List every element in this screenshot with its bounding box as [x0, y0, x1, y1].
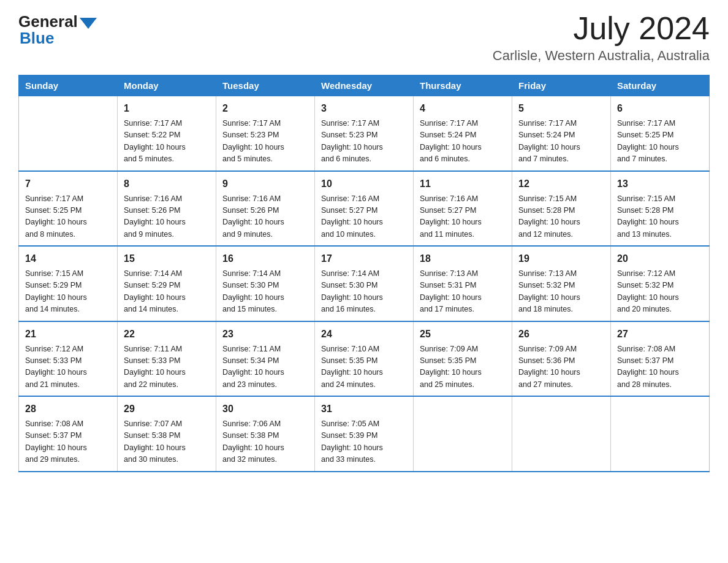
- day-info: Sunrise: 7:12 AMSunset: 5:33 PMDaylight:…: [25, 343, 111, 391]
- day-info: Sunrise: 7:14 AMSunset: 5:30 PMDaylight:…: [321, 268, 407, 316]
- day-info: Sunrise: 7:06 AMSunset: 5:38 PMDaylight:…: [222, 418, 308, 466]
- weekday-header-thursday: Thursday: [414, 75, 512, 96]
- day-info: Sunrise: 7:16 AMSunset: 5:26 PMDaylight:…: [222, 193, 308, 241]
- calendar-cell: 5Sunrise: 7:17 AMSunset: 5:24 PMDaylight…: [512, 96, 611, 171]
- day-number: 28: [25, 402, 111, 416]
- weekday-header-row: SundayMondayTuesdayWednesdayThursdayFrid…: [19, 75, 710, 96]
- calendar-cell: 12Sunrise: 7:15 AMSunset: 5:28 PMDayligh…: [512, 171, 611, 247]
- weekday-header-friday: Friday: [512, 75, 611, 96]
- calendar-cell: 24Sunrise: 7:10 AMSunset: 5:35 PMDayligh…: [315, 321, 414, 397]
- calendar-cell: 11Sunrise: 7:16 AMSunset: 5:27 PMDayligh…: [414, 171, 512, 247]
- day-number: 7: [25, 177, 111, 191]
- calendar-cell: 27Sunrise: 7:08 AMSunset: 5:37 PMDayligh…: [611, 321, 710, 397]
- day-number: 19: [518, 251, 604, 266]
- day-number: 21: [25, 327, 111, 342]
- day-number: 16: [222, 251, 308, 266]
- calendar-week-row: 14Sunrise: 7:15 AMSunset: 5:29 PMDayligh…: [19, 246, 710, 321]
- calendar-cell: [19, 96, 118, 171]
- day-number: 13: [617, 177, 703, 191]
- day-info: Sunrise: 7:15 AMSunset: 5:28 PMDaylight:…: [518, 193, 604, 241]
- day-info: Sunrise: 7:16 AMSunset: 5:27 PMDaylight:…: [420, 193, 506, 241]
- day-number: 2: [222, 101, 308, 116]
- day-number: 23: [222, 327, 308, 342]
- day-info: Sunrise: 7:17 AMSunset: 5:25 PMDaylight:…: [617, 118, 703, 166]
- day-info: Sunrise: 7:15 AMSunset: 5:29 PMDaylight:…: [25, 268, 111, 316]
- calendar-cell: [414, 396, 512, 472]
- calendar-cell: 2Sunrise: 7:17 AMSunset: 5:23 PMDaylight…: [216, 96, 315, 171]
- day-number: 12: [518, 177, 604, 191]
- day-info: Sunrise: 7:15 AMSunset: 5:28 PMDaylight:…: [617, 193, 703, 241]
- calendar-week-row: 28Sunrise: 7:08 AMSunset: 5:37 PMDayligh…: [19, 396, 710, 472]
- day-info: Sunrise: 7:12 AMSunset: 5:32 PMDaylight:…: [617, 268, 703, 316]
- calendar-cell: 23Sunrise: 7:11 AMSunset: 5:34 PMDayligh…: [216, 321, 315, 397]
- day-info: Sunrise: 7:17 AMSunset: 5:25 PMDaylight:…: [25, 193, 111, 241]
- calendar-cell: 1Sunrise: 7:17 AMSunset: 5:22 PMDaylight…: [118, 96, 216, 171]
- day-info: Sunrise: 7:16 AMSunset: 5:27 PMDaylight:…: [321, 193, 407, 241]
- calendar-cell: 3Sunrise: 7:17 AMSunset: 5:23 PMDaylight…: [315, 96, 414, 171]
- day-info: Sunrise: 7:16 AMSunset: 5:26 PMDaylight:…: [124, 193, 210, 241]
- day-number: 27: [617, 327, 703, 342]
- day-info: Sunrise: 7:07 AMSunset: 5:38 PMDaylight:…: [124, 418, 210, 466]
- calendar-cell: 14Sunrise: 7:15 AMSunset: 5:29 PMDayligh…: [19, 246, 118, 321]
- day-info: Sunrise: 7:09 AMSunset: 5:35 PMDaylight:…: [420, 343, 506, 391]
- calendar-cell: 10Sunrise: 7:16 AMSunset: 5:27 PMDayligh…: [315, 171, 414, 247]
- weekday-header-wednesday: Wednesday: [315, 75, 414, 96]
- day-number: 25: [420, 327, 506, 342]
- calendar-cell: 7Sunrise: 7:17 AMSunset: 5:25 PMDaylight…: [19, 171, 118, 247]
- calendar-cell: 25Sunrise: 7:09 AMSunset: 5:35 PMDayligh…: [414, 321, 512, 397]
- day-info: Sunrise: 7:14 AMSunset: 5:30 PMDaylight:…: [222, 268, 308, 316]
- calendar-cell: 28Sunrise: 7:08 AMSunset: 5:37 PMDayligh…: [19, 396, 118, 472]
- day-info: Sunrise: 7:17 AMSunset: 5:22 PMDaylight:…: [124, 118, 210, 166]
- day-number: 3: [321, 101, 407, 116]
- day-number: 8: [124, 177, 210, 191]
- calendar-cell: 15Sunrise: 7:14 AMSunset: 5:29 PMDayligh…: [118, 246, 216, 321]
- calendar-cell: 6Sunrise: 7:17 AMSunset: 5:25 PMDaylight…: [611, 96, 710, 171]
- day-number: 31: [321, 402, 407, 416]
- day-info: Sunrise: 7:10 AMSunset: 5:35 PMDaylight:…: [321, 343, 407, 391]
- day-info: Sunrise: 7:08 AMSunset: 5:37 PMDaylight:…: [25, 418, 111, 466]
- weekday-header-tuesday: Tuesday: [216, 75, 315, 96]
- calendar-cell: [512, 396, 611, 472]
- day-info: Sunrise: 7:13 AMSunset: 5:31 PMDaylight:…: [420, 268, 506, 316]
- day-info: Sunrise: 7:17 AMSunset: 5:24 PMDaylight:…: [518, 118, 604, 166]
- day-number: 14: [25, 251, 111, 266]
- calendar-cell: 29Sunrise: 7:07 AMSunset: 5:38 PMDayligh…: [118, 396, 216, 472]
- calendar-week-row: 7Sunrise: 7:17 AMSunset: 5:25 PMDaylight…: [19, 171, 710, 247]
- day-info: Sunrise: 7:13 AMSunset: 5:32 PMDaylight:…: [518, 268, 604, 316]
- calendar-cell: 26Sunrise: 7:09 AMSunset: 5:36 PMDayligh…: [512, 321, 611, 397]
- day-number: 22: [124, 327, 210, 342]
- day-number: 24: [321, 327, 407, 342]
- day-info: Sunrise: 7:08 AMSunset: 5:37 PMDaylight:…: [617, 343, 703, 391]
- day-number: 20: [617, 251, 703, 266]
- calendar-cell: 17Sunrise: 7:14 AMSunset: 5:30 PMDayligh…: [315, 246, 414, 321]
- day-number: 15: [124, 251, 210, 266]
- calendar-cell: 19Sunrise: 7:13 AMSunset: 5:32 PMDayligh…: [512, 246, 611, 321]
- day-info: Sunrise: 7:14 AMSunset: 5:29 PMDaylight:…: [124, 268, 210, 316]
- day-number: 4: [420, 101, 506, 116]
- weekday-header-monday: Monday: [118, 75, 216, 96]
- day-number: 5: [518, 101, 604, 116]
- logo-blue-text: Blue: [20, 29, 54, 48]
- day-number: 10: [321, 177, 407, 191]
- calendar-cell: 18Sunrise: 7:13 AMSunset: 5:31 PMDayligh…: [414, 246, 512, 321]
- month-year-title: July 2024: [493, 12, 710, 44]
- calendar-week-row: 1Sunrise: 7:17 AMSunset: 5:22 PMDaylight…: [19, 96, 710, 171]
- weekday-header-saturday: Saturday: [611, 75, 710, 96]
- logo: General Blue: [18, 12, 97, 48]
- weekday-header-sunday: Sunday: [19, 75, 118, 96]
- day-info: Sunrise: 7:05 AMSunset: 5:39 PMDaylight:…: [321, 418, 407, 466]
- title-block: July 2024 Carlisle, Western Australia, A…: [493, 12, 710, 64]
- calendar-cell: [611, 396, 710, 472]
- day-info: Sunrise: 7:17 AMSunset: 5:24 PMDaylight:…: [420, 118, 506, 166]
- calendar-cell: 8Sunrise: 7:16 AMSunset: 5:26 PMDaylight…: [118, 171, 216, 247]
- location-subtitle: Carlisle, Western Australia, Australia: [493, 48, 710, 64]
- calendar-week-row: 21Sunrise: 7:12 AMSunset: 5:33 PMDayligh…: [19, 321, 710, 397]
- calendar-cell: 16Sunrise: 7:14 AMSunset: 5:30 PMDayligh…: [216, 246, 315, 321]
- day-number: 17: [321, 251, 407, 266]
- calendar-cell: 31Sunrise: 7:05 AMSunset: 5:39 PMDayligh…: [315, 396, 414, 472]
- calendar-cell: 22Sunrise: 7:11 AMSunset: 5:33 PMDayligh…: [118, 321, 216, 397]
- calendar-cell: 30Sunrise: 7:06 AMSunset: 5:38 PMDayligh…: [216, 396, 315, 472]
- day-number: 6: [617, 101, 703, 116]
- day-number: 11: [420, 177, 506, 191]
- logo-arrow-icon: [80, 18, 97, 29]
